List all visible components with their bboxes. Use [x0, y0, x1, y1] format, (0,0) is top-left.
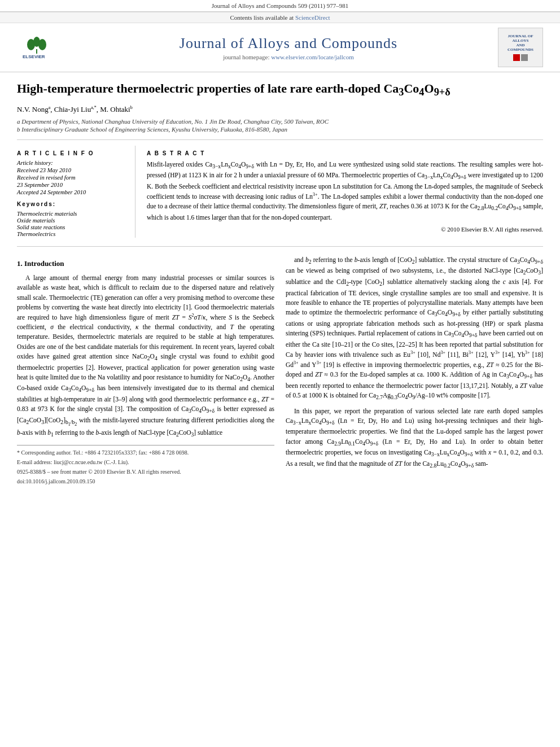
body-content: 1. Introduction A large amount of therma…: [17, 255, 543, 487]
copyright-notice: © 2010 Elsevier B.V. All rights reserved…: [147, 226, 543, 233]
contents-bar: Contents lists available at ScienceDirec…: [0, 12, 560, 23]
abstract-col: A B S T R A C T Misfit-layered oxides Ca…: [147, 146, 543, 238]
journal-badge: JOURNAL OF ALLOYS AND COMPOUNDS: [498, 28, 543, 67]
journal-badge-area: JOURNAL OF ALLOYS AND COMPOUNDS: [498, 28, 549, 67]
article-info-label: A R T I C L E I N F O: [17, 150, 126, 156]
journal-citation-bar: Journal of Alloys and Compounds 509 (201…: [0, 0, 560, 12]
contents-label: Contents lists available at: [230, 14, 294, 21]
badge-line4: COMPOUNDS: [508, 47, 533, 52]
intro-para3: In this paper, we report the preparation…: [286, 407, 543, 470]
article-title: High-temperature thermoelectric properti…: [17, 81, 543, 99]
footnote-issn: 0925-8388/$ – see front matter © 2010 El…: [17, 468, 274, 476]
journal-title-area: Journal of Alloys and Compounds journal …: [79, 35, 498, 60]
badge-line1: JOURNAL OF: [508, 34, 533, 38]
article-history: Article history: Received 23 May 2010 Re…: [17, 160, 126, 195]
badge-line2: ALLOYS: [513, 38, 529, 43]
main-content: High-temperature thermoelectric properti…: [0, 72, 560, 498]
journal-homepage: journal homepage: www.elsevier.com/locat…: [90, 54, 487, 60]
journal-title: Journal of Alloys and Compounds: [90, 35, 487, 52]
sciencedirect-link[interactable]: ScienceDirect: [295, 14, 330, 21]
article-info-col: A R T I C L E I N F O Article history: R…: [17, 146, 135, 238]
keywords-list: Thermoelectric materials Oxide materials…: [17, 211, 126, 237]
keyword-4: Thermoelectrics: [17, 231, 126, 237]
keywords-label: Keywords:: [17, 201, 126, 207]
svg-text:ELSEVIER: ELSEVIER: [23, 54, 45, 59]
footnote-doi: doi:10.1016/j.jallcom.2010.09.150: [17, 477, 274, 486]
journal-header: ELSEVIER Journal of Alloys and Compounds…: [0, 23, 560, 72]
footnote-section: * Corresponding author. Tel.: +886 4 723…: [17, 445, 274, 486]
body-left-col: 1. Introduction A large amount of therma…: [17, 255, 274, 487]
abstract-label: A B S T R A C T: [147, 150, 543, 156]
keyword-1: Thermoelectric materials: [17, 211, 126, 217]
article-info-abstract: A R T I C L E I N F O Article history: R…: [17, 139, 543, 238]
affiliations: a Department of Physics, National Changh…: [17, 118, 543, 133]
footnote-corresponding: * Corresponding author. Tel.: +886 4 723…: [17, 448, 274, 457]
journal-citation: Journal of Alloys and Compounds 509 (201…: [212, 2, 349, 9]
keywords-section: Keywords: Thermoelectric materials Oxide…: [17, 201, 126, 237]
keyword-3: Solid state reactions: [17, 224, 126, 230]
footnote-email: E-mail address: liucj@cc.ncue.edu.tw (C.…: [17, 458, 274, 466]
body-right-col: and b2 referring to the b-axis length of…: [286, 255, 543, 487]
authors-line: N.V. Nonga, Chia-Jyi Liua,*, M. Ohtakib: [17, 105, 543, 114]
accepted-date: Accepted 24 September 2010: [17, 189, 126, 195]
intro-heading: 1. Introduction: [17, 258, 274, 269]
homepage-label: journal homepage:: [223, 54, 269, 60]
badge-line3: AND: [516, 43, 524, 47]
intro-para2: and b2 referring to the b-axis length of…: [286, 255, 543, 402]
received-revised-date: 23 September 2010: [17, 182, 126, 188]
publisher-logo-area: ELSEVIER: [11, 33, 79, 62]
history-label: Article history:: [17, 160, 126, 166]
received-date: Received 23 May 2010: [17, 167, 126, 173]
svg-point-3: [38, 39, 46, 50]
svg-rect-4: [36, 49, 37, 54]
keyword-2: Oxide materials: [17, 217, 126, 224]
affiliation-a: a Department of Physics, National Changh…: [17, 118, 543, 125]
abstract-text: Misfit-layered oxides Ca3−xLnxCo4O9+δ wi…: [147, 160, 543, 223]
homepage-link[interactable]: www.elsevier.com/locate/jallcom: [271, 54, 354, 60]
section-divider: [17, 246, 543, 247]
affiliation-b: b Interdisciplinary Graduate School of E…: [17, 126, 543, 133]
received-revised-label: Received in revised form: [17, 174, 126, 181]
intro-para1: A large amount of thermal energy from ma…: [17, 273, 274, 439]
elsevier-logo-icon: ELSEVIER: [20, 33, 71, 62]
